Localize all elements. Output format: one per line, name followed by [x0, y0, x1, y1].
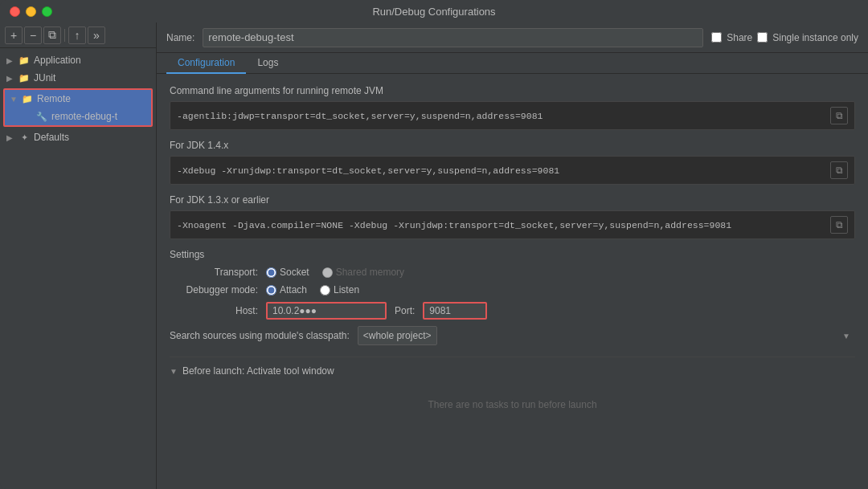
sidebar-item-application[interactable]: ▶ 📁 Application	[0, 51, 156, 69]
tree-arrow-application: ▶	[6, 56, 14, 65]
minimize-button[interactable]	[26, 6, 36, 17]
attach-radio-item[interactable]: Attach	[266, 284, 307, 295]
settings-section: Settings Transport: Socket Shared memory	[170, 249, 855, 320]
classpath-select[interactable]: <whole project>	[358, 326, 437, 345]
port-input[interactable]	[423, 302, 487, 320]
cmd-jdk14-block: -Xdebug -Xrunjdwp:transport=dt_socket,se…	[170, 156, 855, 185]
single-instance-checkbox[interactable]	[757, 32, 768, 43]
copy-config-button[interactable]: ⧉	[43, 26, 61, 44]
tabs-bar: Configuration Logs	[157, 53, 868, 74]
transport-label: Transport:	[170, 267, 258, 278]
debugger-mode-row: Debugger mode: Attach Listen	[170, 284, 855, 295]
copy-jvm-button[interactable]: ⧉	[830, 107, 848, 124]
maximize-button[interactable]	[42, 6, 52, 17]
move-up-button[interactable]: ↑	[68, 26, 86, 44]
shared-memory-label: Shared memory	[336, 267, 404, 278]
add-config-button[interactable]: +	[5, 26, 23, 44]
jdk13-title: For JDK 1.3.x or earlier	[170, 194, 855, 206]
tree-arrow-defaults: ▶	[6, 133, 14, 142]
attach-radio[interactable]	[266, 285, 276, 295]
attach-label: Attach	[280, 284, 307, 295]
before-launch-header: ▼ Before launch: Activate tool window	[170, 365, 855, 377]
share-label: Share	[727, 32, 752, 43]
classpath-select-wrapper: <whole project> ▼	[358, 326, 855, 345]
before-launch-title: Before launch: Activate tool window	[182, 365, 334, 377]
more-button[interactable]: »	[88, 26, 105, 44]
tab-logs[interactable]: Logs	[246, 53, 289, 74]
config-tree: ▶ 📁 Application ▶ 📁 JUnit ▼ 📁 Remote	[0, 48, 156, 489]
top-bar: Name: Share Single instance only	[157, 22, 868, 53]
right-panel: Name: Share Single instance only Configu…	[157, 22, 868, 489]
sidebar-item-remote-debug[interactable]: 🔧 remote-debug-t	[5, 108, 151, 125]
defaults-icon: ✦	[18, 131, 31, 144]
cmd-jdk13-text: -Xnoagent -Djava.compiler=NONE -Xdebug -…	[177, 220, 824, 230]
tab-configuration[interactable]: Configuration	[166, 53, 246, 74]
close-button[interactable]	[10, 6, 20, 17]
listen-label: Listen	[334, 284, 359, 295]
sidebar-item-junit[interactable]: ▶ 📁 JUnit	[0, 69, 156, 87]
window-title: Run/Debug Configurations	[372, 6, 495, 18]
jdk14-title: For JDK 1.4.x	[170, 140, 855, 151]
share-area: Share Single instance only	[711, 32, 858, 43]
select-arrow-icon: ▼	[842, 332, 850, 340]
junit-folder-icon: 📁	[18, 71, 31, 84]
before-launch-arrow-icon[interactable]: ▼	[170, 367, 178, 376]
classpath-label: Search sources using module's classpath:	[170, 330, 350, 341]
port-label: Port:	[395, 305, 415, 316]
remote-label: Remote	[37, 93, 151, 104]
sidebar-item-defaults[interactable]: ▶ ✦ Defaults	[0, 128, 156, 146]
cmd-jdk14-text: -Xdebug -Xrunjdwp:transport=dt_socket,se…	[177, 165, 824, 176]
debugger-mode-radio-group: Attach Listen	[266, 284, 359, 295]
cmd-jdk13-block: -Xnoagent -Djava.compiler=NONE -Xdebug -…	[170, 210, 855, 239]
name-field-label: Name:	[166, 32, 194, 43]
cmd-jvm-block: -agentlib:jdwp=transport=dt_socket,serve…	[170, 101, 855, 130]
sidebar-item-remote[interactable]: ▼ 📁 Remote	[5, 90, 151, 108]
host-port-row: Host: Port:	[170, 302, 855, 320]
copy-jdk13-button[interactable]: ⧉	[830, 216, 848, 234]
host-label: Host:	[170, 305, 258, 316]
tree-arrow-remote: ▼	[10, 95, 18, 104]
window-controls	[10, 6, 52, 17]
host-input[interactable]	[266, 302, 387, 320]
socket-radio-item[interactable]: Socket	[266, 267, 309, 278]
sidebar: + − ⧉ ↑ » ▶ 📁 Application ▶ 📁 JUnit	[0, 22, 157, 489]
tree-arrow-junit: ▶	[6, 74, 14, 83]
remote-debug-label: remote-debug-t	[51, 111, 151, 122]
sidebar-toolbar: + − ⧉ ↑ »	[0, 22, 156, 48]
socket-radio[interactable]	[266, 267, 276, 278]
toolbar-separator	[64, 29, 65, 42]
application-folder-icon: 📁	[18, 54, 31, 67]
junit-label: JUnit	[34, 72, 156, 84]
transport-radio-group: Socket Shared memory	[266, 267, 404, 278]
config-content: Command line arguments for running remot…	[157, 74, 868, 489]
single-instance-label: Single instance only	[772, 32, 858, 43]
remote-folder-icon: 📁	[21, 92, 34, 105]
settings-title: Settings	[170, 249, 855, 260]
shared-memory-radio-item[interactable]: Shared memory	[322, 267, 404, 278]
application-label: Application	[34, 55, 156, 66]
remote-debug-icon: 🔧	[35, 110, 48, 123]
listen-radio-item[interactable]: Listen	[320, 284, 359, 295]
before-launch-section: ▼ Before launch: Activate tool window Th…	[170, 357, 855, 426]
copy-jdk14-button[interactable]: ⧉	[830, 161, 848, 179]
empty-tasks-label: There are no tasks to run before launch	[170, 383, 855, 426]
classpath-row: Search sources using module's classpath:…	[170, 326, 855, 345]
shared-memory-radio[interactable]	[322, 267, 333, 278]
cmd-jvm-text: -agentlib:jdwp=transport=dt_socket,serve…	[177, 111, 824, 121]
transport-row: Transport: Socket Shared memory	[170, 267, 855, 278]
defaults-label: Defaults	[34, 132, 156, 143]
window: Run/Debug Configurations + − ⧉ ↑ » ▶ 📁 A…	[0, 0, 868, 489]
listen-radio[interactable]	[320, 285, 330, 295]
socket-label: Socket	[280, 267, 309, 278]
name-input[interactable]	[203, 28, 703, 47]
main-area: + − ⧉ ↑ » ▶ 📁 Application ▶ 📁 JUnit	[0, 22, 868, 489]
debugger-mode-label: Debugger mode:	[170, 284, 258, 295]
remove-config-button[interactable]: −	[24, 26, 42, 44]
cmd-section-title: Command line arguments for running remot…	[170, 85, 855, 96]
share-checkbox[interactable]	[711, 32, 722, 43]
remote-group-highlight: ▼ 📁 Remote 🔧 remote-debug-t	[3, 88, 153, 127]
title-bar: Run/Debug Configurations	[0, 0, 868, 22]
